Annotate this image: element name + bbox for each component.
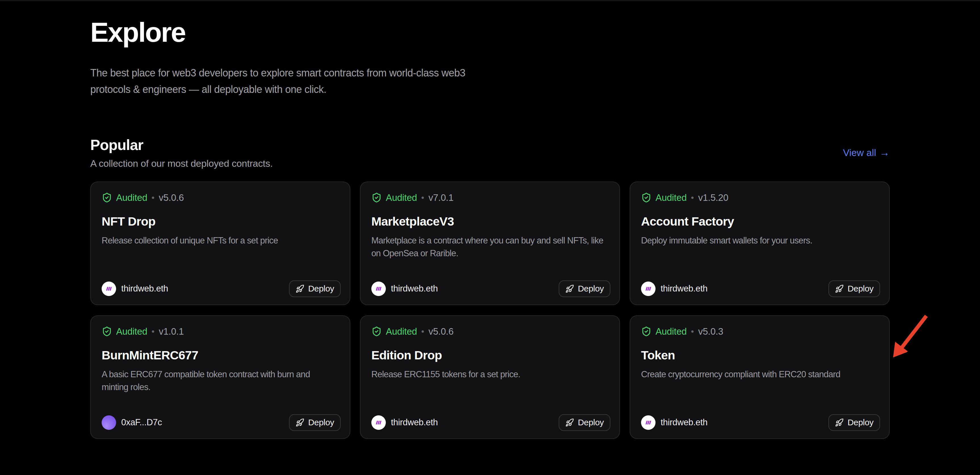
card-footer: thirdweb.eth Deploy <box>371 281 610 297</box>
card-footer: thirdweb.eth Deploy <box>641 414 880 431</box>
audited-badge: Audited • v7.0.1 <box>371 192 609 203</box>
thirdweb-logo-icon <box>374 418 383 427</box>
version-label: v1.0.1 <box>159 326 184 337</box>
view-all-label: View all <box>843 147 876 158</box>
contract-card[interactable]: Audited • v1.5.20 Account Factory Deploy… <box>630 182 890 305</box>
dot-separator: • <box>151 193 155 202</box>
contract-card[interactable]: Audited • v5.0.6 NFT Drop Release collec… <box>90 182 350 305</box>
shield-check-icon <box>641 192 652 203</box>
rocket-icon <box>296 284 304 293</box>
publisher-avatar <box>102 282 116 296</box>
popular-section-header: Popular A collection of our most deploye… <box>90 136 890 169</box>
audited-badge: Audited • v1.5.20 <box>641 192 878 203</box>
contract-card[interactable]: Audited • v1.0.1 BurnMintERC677 A basic … <box>90 316 350 439</box>
rocket-icon <box>565 418 574 427</box>
dot-separator: • <box>691 193 694 202</box>
dot-separator: • <box>421 193 425 202</box>
card-footer: thirdweb.eth Deploy <box>641 281 880 297</box>
deploy-button[interactable]: Deploy <box>559 281 610 297</box>
audited-label: Audited <box>116 192 147 203</box>
contract-title: BurnMintERC677 <box>102 348 339 362</box>
deploy-label: Deploy <box>308 418 334 427</box>
publisher[interactable]: thirdweb.eth <box>371 415 438 430</box>
deploy-button[interactable]: Deploy <box>289 281 340 297</box>
publisher-avatar <box>371 282 386 296</box>
card-footer: thirdweb.eth Deploy <box>102 281 340 297</box>
cards-grid: Audited • v5.0.6 NFT Drop Release collec… <box>90 182 890 439</box>
publisher[interactable]: thirdweb.eth <box>641 282 708 296</box>
page-subtitle: The best place for web3 developers to ex… <box>90 65 573 98</box>
publisher[interactable]: thirdweb.eth <box>641 415 708 430</box>
publisher-avatar <box>371 415 386 430</box>
publisher-avatar <box>102 415 116 430</box>
section-title: Popular <box>90 136 273 153</box>
contract-description: Create cryptocurrency compliant with ERC… <box>641 368 878 381</box>
version-label: v5.0.6 <box>428 326 453 337</box>
publisher-avatar <box>641 415 655 430</box>
contract-title: Token <box>641 348 878 362</box>
audited-badge: Audited • v1.0.1 <box>102 326 339 337</box>
version-label: v1.5.20 <box>698 192 728 203</box>
page-title: Explore <box>90 18 890 48</box>
contract-card[interactable]: Audited • v5.0.6 Edition Drop Release ER… <box>360 316 620 439</box>
rocket-icon <box>835 418 844 427</box>
audited-label: Audited <box>655 192 687 203</box>
publisher-name: 0xaF...D7c <box>121 417 162 427</box>
rocket-icon <box>296 418 304 427</box>
shield-check-icon <box>102 326 112 336</box>
version-label: v5.0.6 <box>159 192 184 203</box>
deploy-label: Deploy <box>308 284 334 293</box>
deploy-label: Deploy <box>848 284 873 293</box>
audited-badge: Audited • v5.0.6 <box>371 326 609 337</box>
red-arrow-annotation <box>890 312 933 362</box>
publisher-name: thirdweb.eth <box>660 284 708 294</box>
contract-card[interactable]: Audited • v7.0.1 MarketplaceV3 Marketpla… <box>360 182 620 305</box>
contract-description: Release ERC1155 tokens for a set price. <box>371 368 609 381</box>
dot-separator: • <box>151 327 155 336</box>
audited-badge: Audited • v5.0.3 <box>641 326 878 337</box>
deploy-button[interactable]: Deploy <box>829 414 880 431</box>
card-footer: thirdweb.eth Deploy <box>371 414 610 431</box>
view-all-link[interactable]: View all → <box>843 147 890 158</box>
contract-title: MarketplaceV3 <box>371 215 609 228</box>
audited-label: Audited <box>116 326 147 337</box>
publisher[interactable]: 0xaF...D7c <box>102 415 162 430</box>
deploy-button[interactable]: Deploy <box>559 414 610 431</box>
shield-check-icon <box>371 192 382 203</box>
contract-title: Account Factory <box>641 215 878 228</box>
publisher[interactable]: thirdweb.eth <box>102 282 168 296</box>
dot-separator: • <box>691 327 694 336</box>
card-footer: 0xaF...D7c Deploy <box>102 414 340 431</box>
section-subtitle: A collection of our most deployed contra… <box>90 158 273 169</box>
rocket-icon <box>565 284 574 293</box>
audited-label: Audited <box>655 326 687 337</box>
deploy-button[interactable]: Deploy <box>289 414 340 431</box>
deploy-label: Deploy <box>578 418 604 427</box>
popular-section-titles: Popular A collection of our most deploye… <box>90 136 273 169</box>
thirdweb-logo-icon <box>644 418 653 427</box>
contract-description: A basic ERC677 compatible token contract… <box>102 368 339 394</box>
arrow-right-icon: → <box>880 147 890 158</box>
contract-description: Marketplace is a contract where you can … <box>371 234 609 260</box>
audited-label: Audited <box>386 192 417 203</box>
shield-check-icon <box>102 192 112 203</box>
shield-check-icon <box>641 326 652 336</box>
publisher[interactable]: thirdweb.eth <box>371 282 438 296</box>
deploy-button[interactable]: Deploy <box>829 281 880 297</box>
contract-description: Release collection of unique NFTs for a … <box>102 234 339 247</box>
contract-description: Deploy immutable smart wallets for your … <box>641 234 878 247</box>
explore-page: Explore The best place for web3 develope… <box>90 2 890 439</box>
thirdweb-logo-icon <box>374 284 383 293</box>
publisher-avatar <box>641 282 655 296</box>
contract-card[interactable]: Audited • v5.0.3 Token Create cryptocurr… <box>630 316 890 439</box>
thirdweb-logo-icon <box>105 284 113 293</box>
publisher-name: thirdweb.eth <box>121 284 168 294</box>
shield-check-icon <box>371 326 382 336</box>
version-label: v7.0.1 <box>428 192 453 203</box>
publisher-name: thirdweb.eth <box>391 284 438 294</box>
deploy-label: Deploy <box>578 284 604 293</box>
contract-title: Edition Drop <box>371 348 609 362</box>
dot-separator: • <box>421 327 425 336</box>
contract-title: NFT Drop <box>102 215 339 228</box>
version-label: v5.0.3 <box>698 326 723 337</box>
